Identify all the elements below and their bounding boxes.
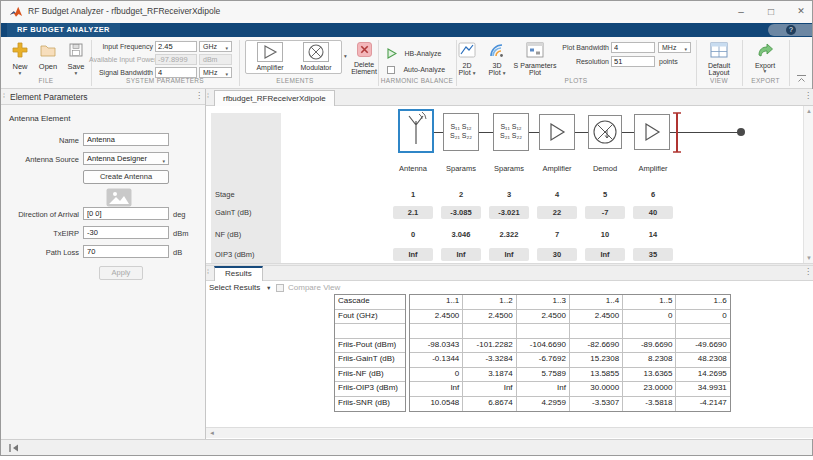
input-frequency-field[interactable] xyxy=(155,41,197,52)
create-antenna-button[interactable]: Create Antenna xyxy=(83,170,169,184)
sparameters-block-2[interactable]: S₁₁ S₁₂ S₂₁ S₂₂ xyxy=(493,113,529,151)
minimize-button[interactable]: – xyxy=(729,3,753,20)
gaint-value-field[interactable]: 40 xyxy=(633,206,673,219)
panel-drag-dots-icon: ⁞ xyxy=(3,92,4,99)
results-horizontal-scrollbar[interactable]: ◄ xyxy=(206,427,813,438)
demodulator-block[interactable] xyxy=(588,115,622,149)
plot-3d-button[interactable]: 3D Plot ▾ xyxy=(483,42,511,76)
modulator-gallery-button[interactable]: Modulator xyxy=(295,41,337,71)
results-cell xyxy=(410,324,463,339)
resolution-unit-label: points xyxy=(659,58,678,65)
diagram-vertical-scrollbar[interactable]: ▲ ▼ xyxy=(803,106,813,263)
document-menu-kebab-icon[interactable]: ⋮ xyxy=(804,91,812,100)
panel-menu-kebab-icon[interactable]: ⋮ xyxy=(195,91,203,100)
gaint-value-field[interactable]: -3.021 xyxy=(489,206,529,219)
nf-value: 2.322 xyxy=(485,230,533,239)
amplifier-block-1[interactable] xyxy=(539,114,575,150)
element-parameters-panel: ⁞ Element Parameters ⋮ Antenna Element N… xyxy=(1,89,206,439)
signal-bandwidth-label: Signal Bandwidth xyxy=(91,69,153,76)
nf-value: 3.046 xyxy=(437,230,485,239)
panel-drag-dots-icon: ⁞ xyxy=(207,268,208,275)
plot-3d-icon xyxy=(488,42,506,58)
help-button[interactable]: ? xyxy=(768,24,812,36)
select-results-caret-icon[interactable]: ▼ xyxy=(266,285,271,291)
results-cell: 30.0000 xyxy=(570,382,623,397)
maximize-button[interactable]: □ xyxy=(759,3,783,20)
results-cell: Inf xyxy=(463,382,516,397)
gallery-expand-caret[interactable]: ▾ xyxy=(344,54,347,59)
close-button[interactable]: ✕ xyxy=(789,3,813,20)
design-area: ⁞ rfbudget_RFReceiverXdipole ⋮ S₁₁ S₁₂ S… xyxy=(206,89,813,439)
section-label-elements: ELEMENTS xyxy=(239,77,351,84)
window-title: RF Budget Analyzer - rfbudget_RFReceiver… xyxy=(28,6,220,16)
oip3-value-field[interactable]: 35 xyxy=(633,248,673,261)
path-loss-field[interactable] xyxy=(83,245,169,258)
scroll-left-arrow-icon[interactable]: ◄ xyxy=(209,430,215,436)
results-cell: -101.2282 xyxy=(463,339,516,354)
collapse-toolstrip-button[interactable] xyxy=(796,74,807,83)
open-label: Open xyxy=(35,62,61,71)
available-input-power-label: Available Input Power xyxy=(89,56,153,63)
tab-results[interactable]: Results xyxy=(214,266,263,281)
direction-of-arrival-label: Direction of Arrival xyxy=(5,210,79,219)
ribbon-tab-rf-budget-analyzer[interactable]: RF BUDGET ANALYZER xyxy=(7,23,120,37)
gaint-value-field[interactable]: 22 xyxy=(537,206,577,219)
select-results-button[interactable]: Select Results xyxy=(209,283,260,292)
results-col-header: 1..3 xyxy=(517,295,570,310)
resolution-field[interactable] xyxy=(611,56,655,67)
plot-bandwidth-field[interactable] xyxy=(611,42,655,53)
scroll-up-arrow-icon[interactable]: ▲ xyxy=(806,108,812,114)
dock-left-icon[interactable] xyxy=(8,443,20,453)
results-cell: 13.6365 xyxy=(623,368,676,383)
apply-button[interactable]: Apply xyxy=(99,266,143,280)
tab-rfbudget-document[interactable]: rfbudget_RFReceiverXdipole xyxy=(214,90,335,106)
name-label: Name xyxy=(5,136,79,145)
delete-element-button[interactable]: Delete Element xyxy=(349,42,379,75)
antenna-element-group-label: Antenna Element xyxy=(9,114,70,123)
gaint-value-field[interactable]: -3.085 xyxy=(441,206,481,219)
oip3-value-field[interactable]: Inf xyxy=(489,248,529,261)
oip3-value-field[interactable]: Inf xyxy=(585,248,625,261)
input-frequency-unit-select[interactable]: GHz▾ xyxy=(199,41,232,52)
compare-view-checkbox[interactable] xyxy=(276,284,284,292)
antenna-source-select[interactable]: Antenna Designer▾ xyxy=(83,152,169,165)
export-arrow-icon xyxy=(756,42,774,58)
sparameters-block-1[interactable]: S₁₁ S₁₂ S₂₁ S₂₂ xyxy=(443,113,479,151)
gaint-value-field[interactable]: -7 xyxy=(585,206,625,219)
new-dropdown-caret[interactable]: ▾ xyxy=(7,71,33,76)
save-dropdown-caret[interactable]: ▾ xyxy=(63,71,89,76)
path-loss-label: Path Loss xyxy=(5,248,79,257)
antenna-block-selected[interactable] xyxy=(398,109,434,153)
chevron-down-icon: ▾ xyxy=(473,70,476,76)
oip3-value-field[interactable]: 30 xyxy=(537,248,577,261)
txeirp-field[interactable] xyxy=(83,226,169,239)
oip3-value-field[interactable]: Inf xyxy=(393,248,433,261)
direction-of-arrival-field[interactable] xyxy=(83,207,169,220)
default-layout-label-2: Layout xyxy=(701,69,737,76)
plot-2d-button[interactable]: 2D Plot ▾ xyxy=(453,42,481,76)
results-cell: 15.2308 xyxy=(570,353,623,368)
oip3-value-field[interactable]: Inf xyxy=(441,248,481,261)
amplifier-gallery-button[interactable]: Amplifier xyxy=(249,41,291,71)
results-cell xyxy=(676,324,729,339)
results-cell: 8.2308 xyxy=(623,353,676,368)
plot-bandwidth-unit-select[interactable]: MHz▾ xyxy=(658,42,691,53)
results-cell: 2.4500 xyxy=(410,310,463,325)
auto-analyze-checkbox[interactable]: Auto-Analyze xyxy=(387,60,445,78)
delete-element-label-2: Element xyxy=(349,68,379,75)
results-cell: 5.7589 xyxy=(517,368,570,383)
new-button[interactable]: New ▾ xyxy=(7,42,33,76)
amplifier-block-2[interactable] xyxy=(634,114,670,150)
direction-of-arrival-unit: deg xyxy=(173,210,186,219)
budget-diagram-canvas[interactable]: S₁₁ S₁₂ S₂₁ S₂₂ S₁₁ S₁₂ S₂₁ S₂₂ Antenna … xyxy=(206,106,813,263)
export-button[interactable]: Export ▾ xyxy=(747,42,783,74)
scroll-down-arrow-icon[interactable]: ▼ xyxy=(806,255,812,261)
save-button[interactable]: Save ▾ xyxy=(63,42,89,76)
default-layout-button[interactable]: Default Layout xyxy=(701,42,737,76)
gaint-value-field[interactable]: 2.1 xyxy=(393,206,433,219)
export-dropdown-caret[interactable]: ▾ xyxy=(747,69,783,74)
open-button[interactable]: Open xyxy=(35,42,61,71)
results-menu-kebab-icon[interactable]: ⋮ xyxy=(804,267,812,276)
name-field[interactable] xyxy=(83,133,169,146)
document-tab-bar: ⁞ rfbudget_RFReceiverXdipole ⋮ xyxy=(206,89,813,106)
